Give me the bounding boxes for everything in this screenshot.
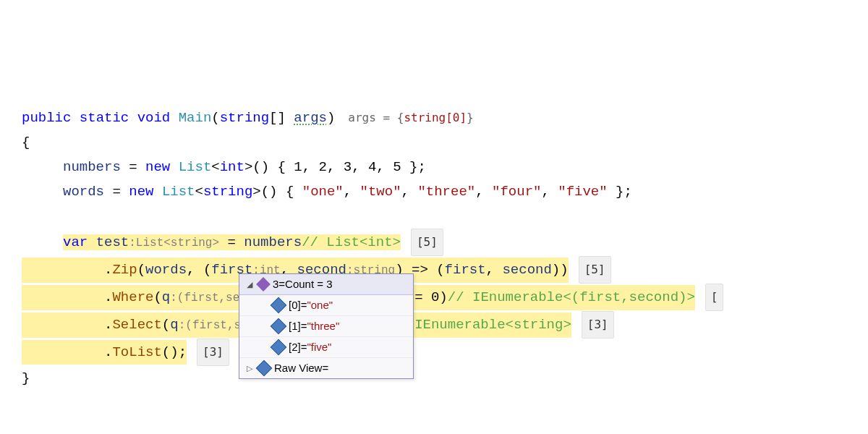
str-five: "five" bbox=[558, 184, 607, 200]
debug-tooltip[interactable]: ◢ 3=Count = 3 [0]="one" [1]="three" [2]=… bbox=[239, 273, 414, 379]
debug-tag-3a[interactable]: [3] bbox=[582, 311, 614, 339]
type-list: List bbox=[162, 184, 195, 200]
param-args[interactable]: args bbox=[294, 110, 327, 126]
tooltip-val-0: "one" bbox=[307, 299, 333, 311]
var-numbers: numbers bbox=[63, 159, 121, 175]
keyword-public: public bbox=[22, 110, 71, 126]
tooltip-raw-label: Raw View= bbox=[274, 362, 328, 375]
var-words: words bbox=[63, 184, 104, 200]
tuple-first: first bbox=[445, 262, 486, 278]
tooltip-key-1: [1]= bbox=[289, 320, 307, 332]
var-test: test bbox=[96, 234, 129, 250]
arg-words: words bbox=[145, 262, 187, 278]
tooltip-key-0: [0]= bbox=[289, 299, 307, 311]
collapse-icon[interactable]: ◢ bbox=[245, 278, 254, 291]
lambda-q: q bbox=[162, 289, 170, 305]
type-string: string bbox=[220, 110, 269, 126]
debug-tag-trunc[interactable]: [ bbox=[705, 284, 724, 311]
keyword-var: var bbox=[63, 234, 88, 250]
tooltip-val-1: "three" bbox=[307, 320, 339, 332]
lambda-q2: q bbox=[170, 317, 178, 333]
field-icon bbox=[271, 318, 287, 335]
method-name: Main bbox=[179, 110, 212, 126]
method-where: Where bbox=[112, 289, 153, 305]
class-icon bbox=[256, 277, 271, 292]
method-select: Select bbox=[112, 317, 161, 333]
int-values: 1, 2, 3, 4, 5 bbox=[294, 159, 401, 175]
keyword-void: void bbox=[137, 110, 171, 126]
keyword-static: static bbox=[80, 110, 129, 126]
debug-tag-3b[interactable]: [3] bbox=[197, 339, 229, 366]
tooltip-item-0[interactable]: [0]="one" bbox=[239, 295, 413, 316]
field-icon bbox=[271, 297, 287, 314]
type-list: List bbox=[179, 159, 212, 175]
str-three: "three" bbox=[417, 184, 475, 200]
expr-numbers: numbers bbox=[244, 234, 302, 250]
tooltip-item-1[interactable]: [1]="three" bbox=[239, 316, 413, 337]
brace-open: { bbox=[22, 135, 30, 150]
tooltip-header-row[interactable]: ◢ 3=Count = 3 bbox=[239, 274, 413, 295]
debug-tag-5b[interactable]: [5] bbox=[579, 256, 611, 284]
field-icon bbox=[256, 360, 273, 377]
method-tolist: ToList bbox=[112, 344, 161, 360]
brace-close: } bbox=[22, 370, 30, 386]
inlay-test-type: :List<string> bbox=[129, 237, 219, 250]
keyword-new: new bbox=[145, 159, 170, 175]
str-one: "one" bbox=[302, 184, 344, 200]
comment-list-int: // List<int> bbox=[302, 234, 401, 250]
tuple-second: second bbox=[502, 262, 551, 278]
type-string: string bbox=[203, 184, 252, 200]
comment-ienum-tuple: // IEnumerable<(first,second)> bbox=[448, 289, 695, 305]
comment-ienum-string: // IEnumerable<string> bbox=[390, 317, 571, 333]
str-two: "two" bbox=[360, 184, 401, 200]
method-zip: Zip bbox=[112, 262, 137, 278]
type-int: int bbox=[220, 159, 244, 175]
field-icon bbox=[271, 339, 287, 356]
tooltip-key-2: [2]= bbox=[289, 341, 307, 353]
tooltip-header-text: 3=Count = 3 bbox=[273, 278, 333, 291]
debug-tag-5a[interactable]: [5] bbox=[411, 229, 443, 256]
expand-icon[interactable]: ▷ bbox=[245, 362, 254, 375]
str-four: "four" bbox=[492, 184, 541, 200]
tooltip-item-2[interactable]: [2]="five" bbox=[239, 337, 413, 358]
tooltip-raw-view[interactable]: ▷ Raw View= bbox=[239, 358, 413, 378]
args-debug-hint[interactable]: args = {string[0]} bbox=[348, 106, 473, 130]
keyword-new: new bbox=[129, 184, 153, 200]
tooltip-val-2: "five" bbox=[307, 341, 331, 353]
